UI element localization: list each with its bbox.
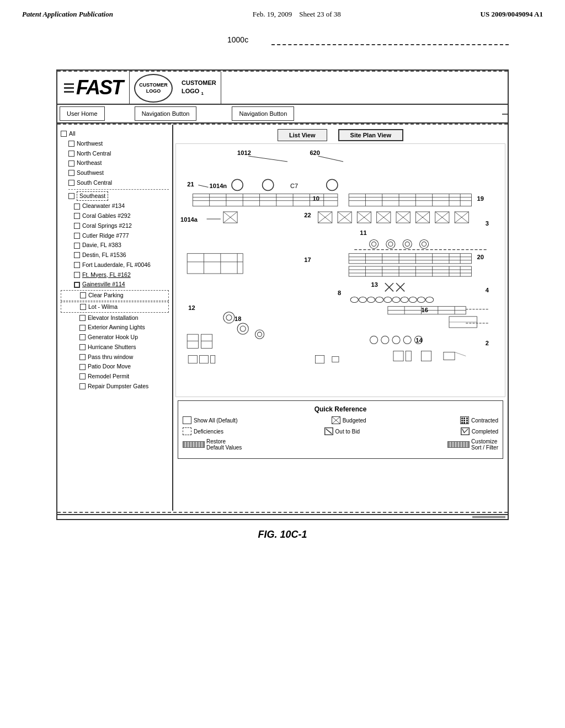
checkbox-davie[interactable] — [74, 243, 80, 249]
svg-point-5 — [232, 179, 243, 190]
customize-bar-icon — [447, 441, 470, 448]
qr-deficiencies-icon — [183, 427, 191, 435]
qr-deficiencies: Deficiencies — [183, 427, 223, 435]
checkbox-cutlerridge[interactable] — [74, 233, 80, 239]
list-view-tab[interactable]: List View — [278, 129, 327, 141]
sidebar-label-all: All — [69, 130, 76, 138]
svg-text:1014n: 1014n — [210, 183, 227, 190]
checkbox-clearparking[interactable] — [80, 292, 86, 298]
svg-rect-152 — [188, 356, 197, 363]
sidebar-item-patiodoor[interactable]: Patio Door Move — [61, 362, 169, 372]
customize-sort-button[interactable]: CustomizeSort / Filter — [447, 438, 498, 451]
sidebar-item-coralgables[interactable]: Coral Gables #292 — [61, 211, 169, 221]
patent-center: Feb. 19, 2009 Sheet 23 of 38 — [253, 10, 341, 19]
customer-logo-oval[interactable]: CUSTOMERLOGO — [134, 74, 173, 103]
site-plan-diagram: 1012 620 21 1014n C7 — [175, 143, 505, 397]
svg-text:18: 18 — [234, 315, 241, 322]
sidebar-item-gainesville[interactable]: Gainesville #114 — [61, 280, 169, 290]
navigation-button-2[interactable]: Navigation Button — [232, 106, 294, 121]
checkbox-destin[interactable] — [74, 252, 80, 258]
checkbox-northcentral[interactable] — [68, 151, 74, 157]
sidebar-item-lotwilma[interactable]: Lot - Wilma — [61, 302, 169, 313]
site-plan-view-tab[interactable]: Site Plan View — [338, 129, 403, 141]
quick-ref-title: Quick Reference — [183, 405, 498, 413]
qr-completed: Completed — [461, 427, 498, 435]
sidebar-item-passthru[interactable]: Pass thru window — [61, 352, 169, 362]
sidebar-item-remodel[interactable]: Remodel Permit — [61, 372, 169, 382]
ui-body: All Northwest North Central Northeast So… — [57, 125, 508, 511]
checkbox-ftmyers[interactable] — [74, 272, 80, 278]
sidebar-item-dumpster[interactable]: Repair Dumpster Gates — [61, 382, 169, 392]
sidebar-item-awning[interactable]: Exterior Awning Lights — [61, 323, 169, 333]
svg-text:16: 16 — [421, 307, 428, 313]
svg-text:1014a: 1014a — [180, 216, 198, 223]
checkbox-dumpster[interactable] — [79, 383, 86, 389]
svg-point-120 — [223, 312, 234, 323]
checkbox-passthru[interactable] — [79, 354, 86, 360]
sidebar-item-clearwater[interactable]: Clearwater #134 — [61, 201, 169, 211]
restore-bar-icon — [183, 441, 205, 448]
checkbox-hurricane[interactable] — [79, 344, 86, 350]
sidebar-item-destin[interactable]: Destin, FL #1536 — [61, 250, 169, 260]
app-logo: FAST — [57, 72, 130, 104]
user-home-button[interactable]: User Home — [60, 106, 105, 121]
svg-text:2: 2 — [486, 340, 489, 346]
sidebar-item-ftmyers[interactable]: Ft. Myers, FL #162 — [61, 270, 169, 280]
svg-point-6 — [263, 179, 274, 190]
checkbox-fortlauderdale[interactable] — [74, 262, 80, 268]
svg-point-108 — [359, 297, 366, 302]
checkbox-patiodoor[interactable] — [79, 364, 86, 370]
sidebar-item-davie[interactable]: Davie, FL #383 — [61, 240, 169, 250]
svg-rect-95 — [187, 254, 243, 274]
sidebar-item-southwest[interactable]: Southwest — [61, 168, 169, 178]
checkbox-elevator[interactable] — [79, 315, 86, 321]
sidebar-item-southeast[interactable]: Southeast — [61, 191, 169, 202]
checkbox-gainesville[interactable] — [74, 282, 80, 288]
sidebar-item-coralsprings[interactable]: Coral Springs #212 — [61, 221, 169, 231]
checkbox-clearwater[interactable] — [74, 204, 80, 210]
sidebar-item-all[interactable]: All — [61, 129, 169, 139]
checkbox-northwest[interactable] — [68, 141, 74, 147]
sidebar-item-cutlerridge[interactable]: Cutler Ridge #777 — [61, 231, 169, 241]
sidebar-item-elevator[interactable]: Elevator Installation — [61, 313, 169, 323]
patent-left: Patent Application Publication — [22, 10, 113, 19]
qr-budgeted: Budgeted — [332, 416, 366, 424]
sidebar-item-northwest[interactable]: Northwest — [61, 139, 169, 149]
sidebar-item-northeast[interactable]: Northeast — [61, 158, 169, 168]
figure-outer: 1000c — [56, 35, 509, 53]
sidebar-item-northcentral[interactable]: North Central — [61, 149, 169, 159]
svg-point-70 — [419, 239, 428, 248]
checkbox-southcentral[interactable] — [68, 180, 74, 186]
qr-contracted: Contracted — [460, 416, 498, 424]
checkbox-coralgables[interactable] — [74, 213, 80, 219]
svg-line-0 — [248, 156, 287, 162]
checkbox-southeast[interactable] — [68, 193, 74, 199]
checkbox-northeast[interactable] — [68, 160, 74, 167]
checkbox-remodel[interactable] — [79, 373, 86, 379]
svg-point-125 — [257, 332, 262, 336]
svg-text:3: 3 — [486, 220, 489, 227]
sidebar-item-generator[interactable]: Generator Hook Up — [61, 333, 169, 342]
svg-line-159 — [326, 429, 332, 434]
checkbox-awning[interactable] — [79, 325, 86, 331]
sidebar-item-fortlauderdale[interactable]: Fort Lauderdale, FL #0046 — [61, 260, 169, 270]
svg-point-111 — [384, 297, 392, 302]
patent-right: US 2009/0049094 A1 — [481, 10, 543, 19]
svg-point-67 — [388, 242, 393, 246]
sidebar-item-clearparking[interactable]: Clear Parking — [61, 290, 169, 301]
sidebar-item-southcentral[interactable]: South Central — [61, 178, 169, 188]
svg-text:4: 4 — [486, 287, 489, 293]
navigation-button-1[interactable]: Navigation Button — [135, 106, 197, 121]
checkbox-all[interactable] — [61, 131, 67, 137]
checkbox-generator[interactable] — [79, 334, 86, 340]
svg-point-109 — [367, 297, 375, 302]
checkbox-southwest[interactable] — [68, 170, 74, 176]
sidebar-item-hurricane[interactable]: Hurricane Shutters — [61, 342, 169, 352]
quick-ref-row-2: Deficiencies Out to Bid Co — [183, 427, 498, 435]
checkbox-coralsprings[interactable] — [74, 223, 80, 229]
svg-text:17: 17 — [304, 256, 311, 263]
checkbox-lotwilma[interactable] — [80, 304, 86, 310]
svg-line-151 — [455, 352, 466, 356]
restore-defaults-button[interactable]: RestoreDefault Values — [183, 438, 242, 451]
svg-text:22: 22 — [304, 212, 311, 218]
